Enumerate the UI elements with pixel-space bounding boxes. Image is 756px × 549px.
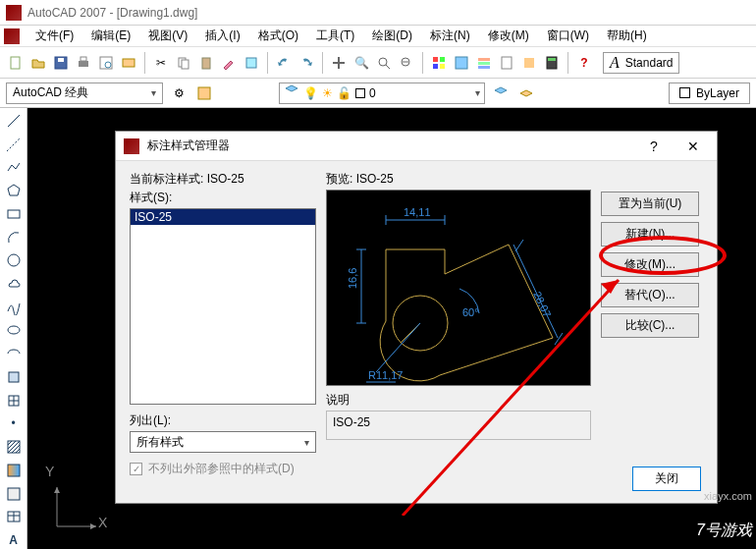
line-icon[interactable] [4, 112, 24, 130]
undo-icon[interactable] [274, 53, 294, 73]
styles-label: 样式(S): [130, 190, 316, 206]
lightbulb-icon[interactable]: 💡 [303, 86, 318, 100]
properties-icon[interactable] [429, 53, 449, 73]
close-button[interactable]: ✕ [677, 138, 709, 154]
dialog-titlebar[interactable]: 标注样式管理器 ? ✕ [116, 132, 717, 161]
save-icon[interactable] [51, 53, 71, 73]
point-icon[interactable]: • [4, 415, 24, 433]
table-icon[interactable] [4, 508, 24, 525]
mtext-icon[interactable]: A [4, 531, 24, 549]
listout-combo[interactable]: 所有样式 ▾ [130, 431, 316, 453]
desc-value: ISO-25 [333, 415, 370, 429]
toolpalettes-icon[interactable] [474, 53, 494, 73]
menu-draw[interactable]: 绘图(D) [364, 26, 420, 46]
revcloud-icon[interactable] [4, 275, 24, 293]
blockeditor-icon[interactable] [242, 53, 261, 73]
markup-icon[interactable] [519, 53, 539, 73]
override-button[interactable]: 替代(O)... [601, 283, 699, 307]
layer-manage-icon[interactable] [284, 83, 299, 102]
zoom-previous-icon[interactable] [397, 53, 416, 73]
separator [144, 52, 145, 74]
new-icon[interactable] [6, 53, 26, 73]
lock-icon[interactable]: 🔓 [337, 86, 351, 100]
rectangle-icon[interactable] [4, 205, 24, 223]
menu-format[interactable]: 格式(O) [250, 26, 306, 46]
open-icon[interactable] [28, 53, 48, 73]
new-button[interactable]: 新建(N)... [601, 222, 699, 247]
textstyle-combo[interactable]: A Standard [603, 52, 679, 74]
copy-icon[interactable] [174, 53, 193, 73]
svg-rect-30 [9, 372, 19, 382]
menu-window[interactable]: 窗口(W) [539, 26, 597, 46]
styles-listbox[interactable]: ISO-25 [130, 208, 316, 405]
compare-button[interactable]: 比较(C)... [601, 313, 699, 338]
svg-rect-34 [8, 488, 20, 500]
menu-insert[interactable]: 插入(I) [197, 26, 247, 46]
layer-states-icon[interactable] [516, 83, 536, 103]
workspace-settings-icon[interactable]: ⚙ [169, 83, 189, 103]
designcenter-icon[interactable] [452, 53, 471, 73]
dim-radius: R11,17 [368, 369, 403, 381]
polygon-icon[interactable] [4, 182, 24, 199]
close-dialog-button[interactable]: 关闭 [632, 467, 701, 491]
svg-point-6 [105, 62, 111, 68]
menu-dimension[interactable]: 标注(N) [422, 26, 478, 46]
hatch-icon[interactable] [4, 438, 24, 456]
zoom-window-icon[interactable] [374, 53, 394, 73]
quickcalc-icon[interactable] [542, 53, 562, 73]
svg-rect-14 [433, 57, 438, 62]
sun-icon[interactable]: ☀ [322, 86, 333, 100]
color-combo[interactable]: ByLayer [669, 82, 750, 104]
paste-icon[interactable] [196, 53, 216, 73]
menu-modify[interactable]: 修改(M) [480, 26, 537, 46]
xline-icon[interactable] [4, 136, 24, 153]
arc-icon[interactable] [4, 229, 24, 247]
workspace-save-icon[interactable] [194, 83, 214, 103]
chevron-down-icon: ▾ [475, 87, 480, 98]
polyline-icon[interactable] [4, 158, 24, 176]
modify-button[interactable]: 修改(M)... [601, 252, 699, 277]
separator [422, 52, 423, 74]
menubar: 文件(F) 编辑(E) 视图(V) 插入(I) 格式(O) 工具(T) 绘图(D… [0, 26, 756, 47]
spline-icon[interactable] [4, 299, 24, 316]
desc-label: 说明 [326, 392, 591, 409]
help-button[interactable]: ? [638, 138, 670, 154]
sheetset-icon[interactable] [497, 53, 516, 73]
ellipsearc-icon[interactable] [4, 345, 24, 362]
makeblock-icon[interactable] [4, 392, 24, 410]
pan-icon[interactable] [329, 53, 349, 73]
help-icon[interactable]: ? [574, 53, 594, 73]
workspace-toolbar: AutoCAD 经典 ▾ ⚙ 💡 ☀ 🔓 0 ▾ ByLayer [0, 79, 756, 108]
workspace-value: AutoCAD 经典 [13, 84, 88, 101]
set-current-button[interactable]: 置为当前(U) [601, 192, 699, 216]
color-swatch[interactable] [355, 88, 365, 98]
print-icon[interactable] [74, 53, 93, 73]
xref-checkbox[interactable]: ✓ [130, 463, 142, 475]
menu-tools[interactable]: 工具(T) [308, 26, 362, 46]
textstyle-icon: A [610, 54, 620, 72]
publish-icon[interactable] [119, 53, 138, 73]
cut-icon[interactable]: ✂ [151, 53, 171, 73]
matchprop-icon[interactable] [219, 53, 239, 73]
insertblock-icon[interactable] [4, 368, 24, 386]
workspace-combo[interactable]: AutoCAD 经典 ▾ [6, 82, 163, 104]
color-swatch [679, 87, 690, 98]
svg-rect-23 [524, 58, 534, 68]
circle-icon[interactable] [4, 251, 24, 269]
window-title: AutoCAD 2007 - [Drawing1.dwg] [27, 6, 197, 20]
chevron-down-icon: ▾ [151, 87, 156, 98]
layer-combo[interactable]: 💡 ☀ 🔓 0 ▾ [279, 82, 485, 104]
plot-preview-icon[interactable] [96, 53, 116, 73]
gradient-icon[interactable] [4, 462, 24, 479]
list-item[interactable]: ISO-25 [131, 209, 315, 225]
menu-file[interactable]: 文件(F) [27, 26, 81, 46]
redo-icon[interactable] [297, 53, 316, 73]
menu-view[interactable]: 视图(V) [140, 26, 195, 46]
region-icon[interactable] [4, 485, 24, 503]
menu-help[interactable]: 帮助(H) [599, 26, 655, 46]
zoom-realtime-icon[interactable]: 🔍 [351, 53, 371, 73]
ellipse-icon[interactable] [4, 322, 24, 340]
menu-edit[interactable]: 编辑(E) [83, 26, 138, 46]
listout-value: 所有样式 [136, 434, 184, 451]
layer-previous-icon[interactable] [491, 83, 511, 103]
